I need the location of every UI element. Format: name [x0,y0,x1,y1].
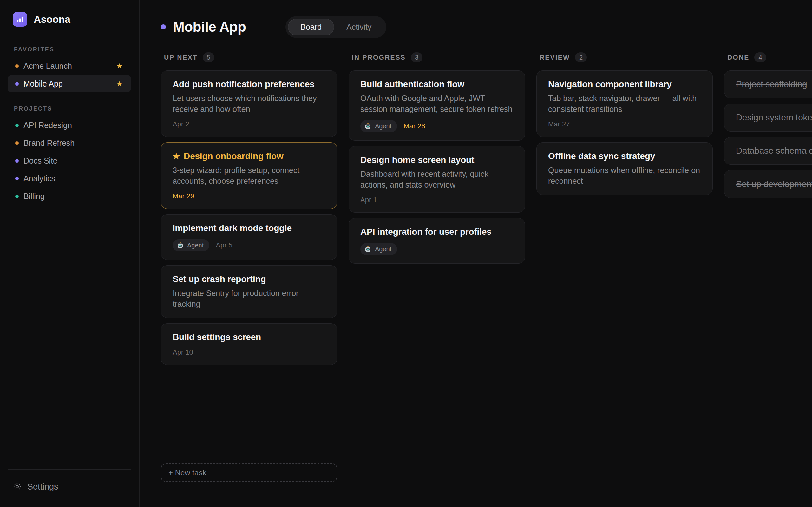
task-card-completed[interactable]: Database schema design [724,137,812,165]
sidebar-item-docs-site[interactable]: Docs Site [8,152,131,169]
favorite-star-icon[interactable]: ★ [116,80,123,88]
agent-robot-icon [364,122,372,130]
project-color-dot [15,82,19,86]
agent-robot-icon [176,241,184,249]
task-description: OAuth with Google and Apple, JWT session… [360,93,513,114]
task-card[interactable]: API integration for user profiles [349,218,525,264]
task-card[interactable]: Design home screen layout Dashboard with… [349,146,525,213]
board-header: Mobile App Board Activity [161,15,812,39]
project-color-dot [15,141,19,145]
task-card[interactable]: Add push notification preferences Let us… [161,70,337,137]
task-card[interactable]: Build authentication flow OAuth with Goo… [349,70,525,141]
column-done: DONE 4 Project scaffolding Design system… [724,52,812,482]
task-due-date: Apr 2 [172,120,189,128]
task-title: Database schema design [736,146,812,156]
project-color-dot [161,24,166,30]
sidebar-item-label: Docs Site [23,157,57,165]
task-card[interactable]: Navigation component library Tab bar, st… [537,70,713,137]
task-card-highlighted[interactable]: ★Design onboarding flow 3-step wizard: p… [161,142,337,209]
column-title: DONE [727,54,749,61]
task-due-date: Mar 27 [548,120,570,128]
task-card[interactable]: Implement dark mode toggle [161,214,337,260]
task-description: 3-step wizard: profile setup, connect ac… [172,165,325,186]
task-card[interactable]: Set up crash reporting Integrate Sentry … [161,265,337,318]
task-card-completed[interactable]: Design system tokens [724,104,812,131]
sidebar-item-billing[interactable]: Billing [8,187,131,205]
column-count-badge: 5 [203,52,214,62]
task-title: Add push notification preferences [172,79,325,90]
task-card[interactable]: Offline data sync strategy Queue mutatio… [537,142,713,195]
task-title: Design home screen layout [360,155,513,165]
sidebar: Asoona FAVORITES Acme Launch ★ Mobile Ap… [0,0,140,507]
task-description: Dashboard with recent activity, quick ac… [360,169,513,190]
task-title: Set up development environment [736,179,812,189]
column-header: REVIEW 2 [537,52,713,63]
column-header: UP NEXT 5 [161,52,337,63]
column-up-next: UP NEXT 5 Add push notification preferen… [161,52,337,482]
agent-badge-label: Agent [375,246,392,252]
column-header: DONE 4 [724,52,812,63]
task-card[interactable]: Build settings screen Apr 10 [161,323,337,365]
app-logo[interactable]: Asoona [8,12,131,26]
task-card-completed[interactable]: Project scaffolding [724,70,812,98]
column-count-badge: 2 [575,52,587,62]
project-color-dot [15,159,19,163]
settings-label: Settings [27,482,58,492]
card-list: Navigation component library Tab bar, st… [537,70,713,195]
column-count-badge: 4 [754,52,766,62]
settings-button[interactable]: Settings [8,478,131,496]
sidebar-item-brand-refresh[interactable]: Brand Refresh [8,134,131,152]
board-main: Mobile App Board Activity UP NEXT 5 Add … [140,0,812,507]
card-list: Project scaffolding Design system tokens… [724,70,812,198]
sidebar-item-label: Billing [23,192,45,200]
agent-badge: Agent [360,120,397,132]
view-switcher: Board Activity [286,16,386,38]
sidebar-item-label: API Redesign [23,121,72,129]
task-due-date: Mar 28 [403,122,425,130]
sidebar-item-label: Acme Launch [23,62,72,70]
task-title: Implement dark mode toggle [172,223,325,233]
task-due-date: Apr 1 [360,196,377,204]
card-list: Build authentication flow OAuth with Goo… [349,70,525,264]
gear-icon [13,482,21,491]
sidebar-item-label: Analytics [23,174,55,182]
task-description: Integrate Sentry for production error tr… [172,288,325,309]
column-title: UP NEXT [164,54,198,61]
tab-activity[interactable]: Activity [334,19,384,36]
task-title: Project scaffolding [736,79,812,90]
task-due-date: Apr 5 [216,241,233,249]
sidebar-item-api-redesign[interactable]: API Redesign [8,117,131,134]
task-title: Offline data sync strategy [548,151,701,162]
column-title: IN PROGRESS [352,54,406,61]
task-description: Let users choose which notifications the… [172,93,325,114]
sidebar-item-label: Mobile App [23,79,63,88]
task-due-date: Mar 29 [172,192,194,200]
bar-chart-logo-icon [13,12,27,26]
tab-board[interactable]: Board [288,19,334,36]
card-list: Add push notification preferences Let us… [161,70,337,365]
favorite-star-icon[interactable]: ★ [116,62,123,70]
agent-badge-label: Agent [187,242,204,248]
task-due-date: Apr 10 [172,348,193,356]
project-color-dot [15,194,19,198]
column-title: REVIEW [540,54,570,61]
new-task-button[interactable]: + New task [161,463,337,482]
sidebar-item-mobile-app[interactable]: Mobile App ★ [8,75,131,92]
task-title: ★Design onboarding flow [172,151,325,162]
sidebar-item-analytics[interactable]: Analytics [8,170,131,187]
column-header: IN PROGRESS 3 [349,52,525,63]
task-card-completed[interactable]: Set up development environment [724,170,812,198]
sidebar-item-acme-launch[interactable]: Acme Launch ★ [8,57,131,74]
agent-badge: Agent [172,239,209,251]
agent-robot-icon [364,245,372,253]
column-in-progress: IN PROGRESS 3 Build authentication flow … [349,52,525,482]
task-title: Build authentication flow [360,79,513,90]
task-title: API integration for user profiles [360,227,513,237]
task-description: Tab bar, stack navigator, drawer — all w… [548,93,701,114]
projects-section-label: PROJECTS [8,106,131,112]
agent-badge-label: Agent [375,123,392,129]
agent-badge: Agent [360,243,397,255]
task-description: Queue mutations when offline, reconcile … [548,165,701,186]
column-count-badge: 3 [411,52,422,62]
project-color-dot [15,64,19,68]
